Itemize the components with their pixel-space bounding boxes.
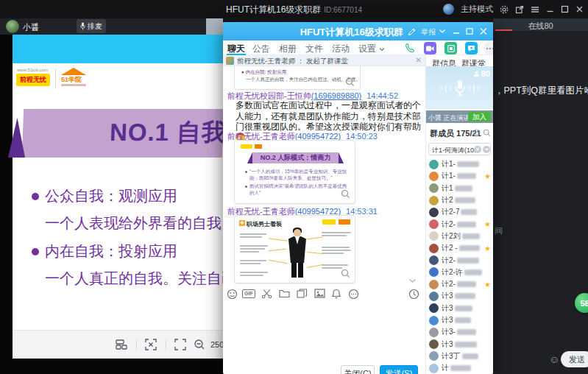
send-file-icon[interactable] bbox=[279, 289, 290, 298]
member-row[interactable]: 计3丁 bbox=[426, 350, 493, 362]
tab-album[interactable]: 相册 bbox=[279, 43, 297, 55]
tab-activity[interactable]: 活动 bbox=[332, 43, 350, 55]
member-filter-icon[interactable] bbox=[472, 129, 481, 137]
slide-image-card[interactable]: NO.2 人际模式：情商力 “一个人的成功，15%靠的是专业知识、专业技能；而8… bbox=[234, 140, 355, 204]
chat-maximize-icon[interactable] bbox=[466, 28, 473, 35]
gif-icon[interactable]: GIF bbox=[242, 289, 255, 298]
image-icon[interactable] bbox=[314, 289, 325, 298]
tab-settings[interactable]: 设置 bbox=[358, 43, 376, 55]
shake-bell-icon[interactable] bbox=[331, 289, 341, 299]
screenshot-scissors-icon[interactable] bbox=[261, 289, 272, 300]
member-row[interactable]: 计2-★ bbox=[426, 218, 493, 230]
member-row[interactable]: 计2-★ bbox=[426, 278, 493, 290]
member-name-redacted bbox=[462, 233, 480, 239]
member-row[interactable]: 计3- bbox=[426, 326, 493, 338]
member-row[interactable]: 计2 -★ bbox=[426, 242, 493, 254]
member-name-redacted bbox=[457, 329, 476, 335]
member-avatar bbox=[429, 172, 439, 181]
history-clock-icon[interactable] bbox=[408, 289, 419, 300]
send-message-button[interactable]: 发送(S) bbox=[380, 365, 418, 374]
join-class-button[interactable]: 加入 bbox=[468, 112, 491, 121]
voice-call-icon[interactable] bbox=[403, 42, 416, 54]
slide-logos: www.51job.com 前程无忧 51学院 bbox=[13, 63, 101, 93]
menu-icon[interactable] bbox=[531, 6, 539, 13]
member-row[interactable]: 计2 bbox=[426, 194, 493, 206]
overlay-send-button[interactable]: 发送 bbox=[561, 351, 588, 367]
video-call-icon[interactable] bbox=[424, 42, 436, 54]
member-avatar bbox=[429, 351, 439, 361]
member-name: 计2刘 bbox=[442, 231, 461, 241]
notice-close-icon[interactable]: ✕ bbox=[416, 56, 422, 64]
member-search-icon[interactable] bbox=[483, 129, 491, 137]
member-name: 计3 bbox=[442, 291, 453, 301]
speaker-avatar[interactable] bbox=[6, 20, 19, 33]
new-chat-icon[interactable] bbox=[465, 42, 478, 54]
settings-gear-icon[interactable] bbox=[500, 5, 509, 14]
member-name: 计3 bbox=[442, 303, 453, 314]
edit-pencil-icon[interactable] bbox=[408, 28, 416, 36]
collage-icon[interactable] bbox=[297, 289, 308, 299]
member-row[interactable]: 计 bbox=[426, 362, 493, 374]
card-banner-title: NO.2 人际模式：情商力 bbox=[252, 152, 339, 163]
magnifier-icon[interactable] bbox=[345, 77, 355, 87]
member-name: 计3丁 bbox=[442, 351, 461, 361]
more-tools-icon[interactable] bbox=[348, 289, 359, 300]
fit-screen-icon[interactable] bbox=[145, 339, 157, 350]
collapse-chevron-icon[interactable] bbox=[408, 278, 417, 283]
maximize-icon[interactable] bbox=[561, 5, 569, 13]
queue-mic-button[interactable]: 排麦 bbox=[77, 19, 106, 33]
fullscreen-icon[interactable] bbox=[174, 339, 186, 350]
message-time: 14:44:52 bbox=[366, 91, 398, 100]
sender-uid-link[interactable]: (1696989880) bbox=[311, 91, 362, 100]
online-tabbar: 在线80 bbox=[493, 18, 588, 31]
slide-bullet-1: 公众自我：观测应用 bbox=[45, 186, 177, 206]
gift-count-badge[interactable]: 58 bbox=[575, 293, 588, 313]
member-row[interactable]: 计2-7 bbox=[426, 206, 493, 218]
close-icon[interactable] bbox=[575, 5, 584, 13]
member-name: 计3 bbox=[442, 339, 453, 350]
emoji-icon[interactable] bbox=[227, 289, 238, 300]
group-class-icon[interactable] bbox=[444, 42, 457, 54]
member-row[interactable]: 计2- bbox=[426, 254, 493, 266]
member-row[interactable]: 计3 bbox=[426, 303, 493, 314]
chevron-down-icon[interactable] bbox=[439, 28, 446, 34]
zoom-out-icon[interactable] bbox=[194, 339, 205, 350]
magnifier-icon[interactable] bbox=[341, 269, 350, 278]
member-row[interactable]: 计3 bbox=[426, 314, 493, 326]
magnifier-icon[interactable] bbox=[341, 189, 350, 199]
member-search-input[interactable]: 计1-何海涛(101 ✕ ➜ bbox=[428, 143, 491, 155]
settings-chevron-icon[interactable] bbox=[379, 47, 385, 52]
member-name: 计2-7 bbox=[442, 207, 459, 217]
member-row[interactable]: 计1-★ bbox=[426, 170, 493, 182]
chat-minimize-icon[interactable] bbox=[453, 28, 460, 35]
chat-close-icon[interactable] bbox=[480, 28, 487, 35]
member-row[interactable]: 计3 bbox=[426, 338, 493, 350]
slide-panel-icon[interactable] bbox=[116, 339, 128, 350]
more-options-icon[interactable] bbox=[483, 42, 493, 54]
tab-files[interactable]: 文件 bbox=[305, 43, 323, 55]
member-row[interactable]: 计2-许 bbox=[426, 267, 493, 278]
voice-class-panel[interactable]: 80 bbox=[426, 66, 493, 109]
member-name-redacted bbox=[455, 317, 471, 323]
emoji-icon[interactable]: ☺ bbox=[549, 353, 559, 365]
popout-icon[interactable] bbox=[515, 5, 524, 14]
suit-image-card[interactable]: ✚ 职场男士着装 bbox=[234, 215, 355, 283]
chat-header[interactable]: HFUT计算机16级求职群 举报 bbox=[223, 22, 493, 40]
member-name: 计3- bbox=[442, 327, 456, 337]
clear-search-icon[interactable]: ✕ bbox=[474, 146, 481, 153]
member-row[interactable]: 计3 bbox=[426, 290, 493, 302]
star-icon: ★ bbox=[484, 280, 491, 289]
member-row[interactable]: 计2刘 bbox=[426, 230, 493, 242]
minimize-icon[interactable] bbox=[546, 5, 554, 13]
host-mode-label[interactable]: 主持模式 bbox=[461, 4, 493, 15]
message-input[interactable] bbox=[223, 302, 425, 365]
search-next-icon[interactable]: ➜ bbox=[483, 146, 490, 153]
member-row[interactable]: 计1 bbox=[426, 183, 493, 194]
tab-announcement[interactable]: 公告 bbox=[252, 43, 270, 55]
member-avatar bbox=[429, 208, 439, 217]
close-chat-button[interactable]: 关闭(C) bbox=[341, 365, 375, 374]
report-button[interactable]: 举报 bbox=[421, 27, 436, 38]
host-avatar[interactable] bbox=[443, 4, 454, 15]
logo-51job: 前程无忧 bbox=[16, 74, 50, 86]
member-row[interactable]: 计1- bbox=[426, 158, 493, 170]
